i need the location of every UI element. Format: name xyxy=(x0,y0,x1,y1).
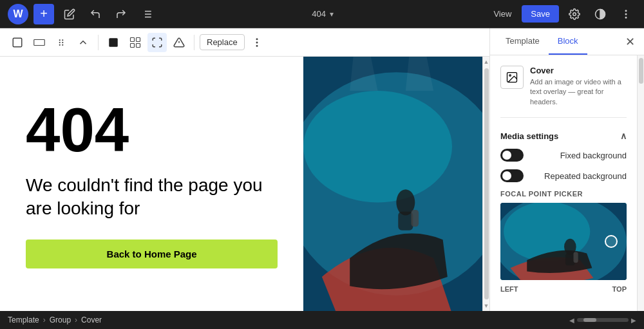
fixed-bg-toggle[interactable] xyxy=(500,149,524,162)
page-title-chevron: ▾ xyxy=(330,10,334,19)
repeated-bg-row: Repeated background xyxy=(500,169,627,182)
svg-rect-11 xyxy=(13,38,22,47)
svg-point-13 xyxy=(59,39,61,41)
page-title-area: 404 ▾ xyxy=(162,9,483,19)
breadcrumb-sep-2: › xyxy=(75,315,77,324)
scroll-thumb[interactable] xyxy=(484,68,489,299)
warning-button[interactable] xyxy=(169,33,189,52)
repeated-bg-toggle[interactable] xyxy=(500,169,524,182)
breadcrumb-cover[interactable]: Cover xyxy=(81,315,102,324)
back-to-home-button[interactable]: Back to Home Page xyxy=(26,240,278,268)
svg-rect-42 xyxy=(573,252,578,263)
svg-point-14 xyxy=(62,39,63,41)
cover-block-icon xyxy=(500,66,524,89)
more-block-options[interactable] xyxy=(247,33,267,52)
left-coord-label: LEFT xyxy=(500,285,518,293)
fullscreen-button[interactable] xyxy=(147,33,167,52)
diver-scene xyxy=(303,57,489,311)
contrast-button[interactable] xyxy=(590,4,611,24)
focal-point-section: FOCAL POINT PICKER xyxy=(500,190,627,293)
svg-point-17 xyxy=(59,44,61,45)
error-message: We couldn't find the page you are lookin… xyxy=(26,174,278,221)
media-settings-header[interactable]: Media settings ∧ xyxy=(500,131,627,141)
svg-point-6 xyxy=(573,12,576,15)
focal-point-label: FOCAL POINT PICKER xyxy=(500,190,627,198)
svg-point-15 xyxy=(59,41,61,42)
canvas-scrollbar[interactable]: ▲ ▼ xyxy=(482,57,489,311)
repeated-bg-label: Repeated background xyxy=(544,171,627,181)
replace-button[interactable]: Replace xyxy=(200,34,245,50)
svg-point-31 xyxy=(303,91,452,202)
fixed-bg-row: Fixed background xyxy=(500,149,627,162)
focal-point-picker[interactable] xyxy=(500,203,627,280)
svg-rect-21 xyxy=(137,37,140,41)
breadcrumb-sep-1: › xyxy=(43,315,46,324)
svg-rect-19 xyxy=(109,38,118,47)
canvas-content: 404 We couldn't find the page you are lo… xyxy=(0,57,489,311)
chevron-up-icon: ∧ xyxy=(620,131,627,141)
breadcrumb-group[interactable]: Group xyxy=(50,315,71,324)
svg-point-16 xyxy=(62,41,63,42)
focal-point-dot[interactable] xyxy=(605,235,618,248)
wp-logo[interactable]: W xyxy=(8,4,28,24)
list-view-button[interactable] xyxy=(137,4,157,24)
cover-block-desc: Add an image or video with a text overla… xyxy=(530,77,627,107)
cover-image xyxy=(303,57,489,311)
scroll-down-arrow[interactable]: ▼ xyxy=(484,301,489,311)
panel-tabs: Template Block ✕ xyxy=(490,28,644,55)
pencil-button[interactable] xyxy=(59,4,80,24)
breadcrumb-template[interactable]: Template xyxy=(8,315,39,324)
block-toolbar: Replace xyxy=(0,28,489,57)
svg-point-10 xyxy=(625,17,627,18)
more-options-button[interactable] xyxy=(616,4,636,24)
add-block-button[interactable]: + xyxy=(33,4,54,24)
page-title: 404 xyxy=(312,9,326,19)
text-color-button[interactable] xyxy=(104,33,123,52)
toolbar-divider xyxy=(98,35,99,50)
scroll-right-arrow[interactable]: ▶ xyxy=(631,317,636,324)
block-tab[interactable]: Block xyxy=(549,28,587,55)
svg-rect-23 xyxy=(137,43,140,47)
settings-button[interactable] xyxy=(564,4,585,24)
side-panel: Template Block ✕ xyxy=(489,28,644,311)
scroll-up-arrow[interactable]: ▲ xyxy=(484,57,489,67)
up-down-button[interactable] xyxy=(73,33,93,52)
svg-rect-20 xyxy=(131,37,135,41)
redo-button[interactable] xyxy=(111,4,131,24)
svg-point-36 xyxy=(509,75,511,77)
undo-button[interactable] xyxy=(85,4,106,24)
h-scrollbar[interactable] xyxy=(577,318,629,322)
template-tab[interactable]: Template xyxy=(497,28,549,55)
svg-point-9 xyxy=(625,14,627,15)
panel-scrollbar[interactable] xyxy=(637,55,644,311)
scroll-left-arrow[interactable]: ◀ xyxy=(569,317,574,324)
svg-rect-34 xyxy=(412,210,419,227)
svg-point-40 xyxy=(564,239,576,255)
save-button[interactable]: Save xyxy=(522,5,559,23)
bottom-bar: Template › Group › Cover ◀ ▶ xyxy=(0,311,644,329)
panel-close-button[interactable]: ✕ xyxy=(623,32,638,52)
svg-point-26 xyxy=(256,39,258,40)
svg-rect-41 xyxy=(565,254,574,266)
canvas-wrapper: Replace 404 We couldn't find the page yo… xyxy=(0,28,644,311)
svg-rect-33 xyxy=(398,212,413,230)
panel-scroll-area: Cover Add an image or video with a text … xyxy=(490,55,644,311)
cover-block-title: Cover xyxy=(530,66,627,75)
svg-rect-22 xyxy=(131,43,135,47)
svg-point-18 xyxy=(62,44,63,45)
align-wide-button[interactable] xyxy=(30,33,49,52)
media-settings-title: Media settings xyxy=(500,131,558,141)
drag-handle[interactable] xyxy=(52,33,71,52)
svg-rect-12 xyxy=(34,39,45,45)
canvas-main: Replace 404 We couldn't find the page yo… xyxy=(0,28,489,311)
media-settings-section: Media settings ∧ Fixed background Repeat… xyxy=(500,131,627,293)
top-bar: W + 404 ▾ View Save xyxy=(0,0,644,28)
svg-point-28 xyxy=(256,45,258,46)
toolbar-divider2 xyxy=(194,35,194,50)
block-type-button[interactable] xyxy=(8,33,27,52)
top-bar-right: View Save xyxy=(488,4,636,24)
view-button[interactable]: View xyxy=(488,6,516,21)
content-area: 404 We couldn't find the page you are lo… xyxy=(0,57,303,311)
block-layout-button[interactable] xyxy=(126,33,145,52)
top-coord-label: TOP xyxy=(612,285,627,293)
